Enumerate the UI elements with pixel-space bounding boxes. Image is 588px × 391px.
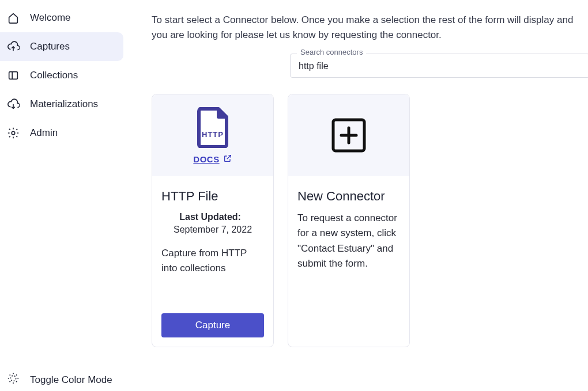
sidebar-item-captures[interactable]: Captures bbox=[0, 32, 123, 61]
last-updated-label: Last Updated: bbox=[179, 212, 241, 222]
database-icon bbox=[7, 69, 20, 82]
sidebar-item-label: Collections bbox=[30, 70, 78, 81]
sun-icon bbox=[7, 372, 20, 388]
search-input[interactable] bbox=[290, 54, 588, 78]
svg-point-1 bbox=[12, 131, 15, 135]
card-title: HTTP File bbox=[161, 189, 264, 204]
sidebar-item-collections[interactable]: Collections bbox=[0, 61, 123, 90]
sidebar-item-admin[interactable]: Admin bbox=[0, 119, 123, 147]
cloud-download-icon bbox=[7, 98, 20, 111]
gear-icon bbox=[7, 127, 20, 139]
search-label: Search connectors bbox=[297, 48, 366, 56]
card-head bbox=[288, 94, 409, 176]
docs-link-label: DOCS bbox=[193, 154, 219, 164]
http-icon-text: HTTP bbox=[202, 130, 224, 139]
sidebar-item-label: Captures bbox=[30, 41, 70, 52]
home-icon bbox=[7, 12, 20, 24]
toggle-color-mode[interactable]: Toggle Color Mode bbox=[0, 364, 126, 391]
sidebar-item-welcome[interactable]: Welcome bbox=[0, 3, 123, 32]
plus-icon bbox=[330, 116, 368, 154]
last-updated: Last Updated: September 7, 2022 bbox=[161, 211, 264, 237]
http-file-icon: HTTP bbox=[194, 107, 231, 148]
connector-card-new: New Connector To request a connector for… bbox=[288, 94, 410, 347]
connector-card-http-file: HTTP DOCS HTTP File Last Updated: bbox=[152, 94, 274, 347]
sidebar: Welcome Captures Collections Materializa… bbox=[0, 0, 126, 391]
main-area: To start select a Connector below. Once … bbox=[126, 0, 588, 391]
sidebar-item-materializations[interactable]: Materializations bbox=[0, 90, 123, 119]
cloud-upload-icon bbox=[7, 40, 20, 53]
svg-rect-0 bbox=[9, 72, 18, 79]
cards-grid: HTTP DOCS HTTP File Last Updated: bbox=[126, 94, 588, 347]
sidebar-item-label: Admin bbox=[30, 127, 58, 139]
card-title: New Connector bbox=[297, 189, 400, 204]
sidebar-item-label: Materializations bbox=[30, 98, 98, 110]
docs-link[interactable]: DOCS bbox=[193, 154, 232, 165]
intro-text: To start select a Connector below. Once … bbox=[126, 13, 588, 42]
card-description: Capture from HTTP into collections bbox=[161, 246, 264, 303]
toggle-color-mode-label: Toggle Color Mode bbox=[30, 374, 112, 386]
svg-point-2 bbox=[10, 375, 16, 381]
card-description: To request a connector for a new system,… bbox=[297, 211, 400, 337]
card-head: HTTP DOCS bbox=[152, 94, 273, 176]
capture-button[interactable]: Capture bbox=[161, 313, 264, 337]
sidebar-item-label: Welcome bbox=[30, 12, 71, 24]
external-link-icon bbox=[223, 154, 232, 165]
last-updated-value: September 7, 2022 bbox=[174, 225, 252, 234]
search-wrap: Search connectors bbox=[290, 54, 588, 78]
